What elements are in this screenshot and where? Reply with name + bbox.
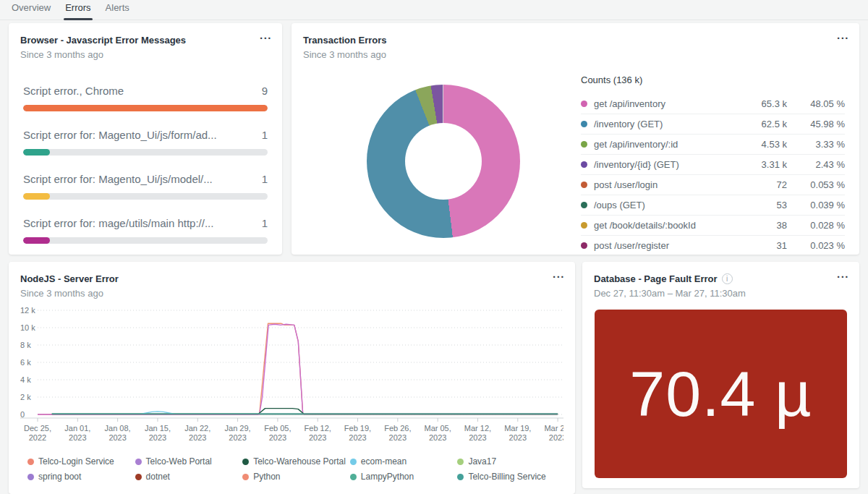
x-axis-tick-label: 2023 [149, 433, 166, 442]
panel-menu-icon[interactable]: ... [837, 29, 849, 41]
donut-chart[interactable] [367, 85, 520, 238]
transaction-name: /oups (GET) [594, 200, 739, 210]
transaction-name: post /user/register [594, 240, 739, 251]
info-icon[interactable]: i [722, 273, 733, 284]
transaction-name: /inventory (GET) [594, 119, 739, 129]
legend-item[interactable]: Telco-Billing Service [457, 472, 565, 482]
x-axis-tick-label: Feb 05, [264, 424, 291, 433]
transaction-percent: 0.028 % [787, 220, 845, 231]
legend-item[interactable]: Telco-Login Service [27, 456, 135, 467]
table-row[interactable]: post /user/register310.023 % [581, 236, 845, 255]
transaction-percent: 0.053 % [787, 179, 845, 190]
legend-dot-icon [581, 161, 587, 168]
legend-label: Python [253, 472, 280, 482]
panel-title: Transaction Errors [303, 35, 387, 46]
bar-fill [23, 193, 50, 200]
x-axis-tick-label: 2023 [509, 433, 527, 442]
donut-chart-area [306, 63, 581, 255]
x-axis-tick-label: Jan 22, [184, 424, 210, 433]
x-axis-tick-label: Mar 05, [425, 424, 451, 433]
y-axis-tick-label: 12 k [20, 306, 35, 315]
x-axis-tick-label: Jan 29, [225, 424, 251, 433]
legend-item[interactable]: Telco-Web Portal [135, 456, 243, 467]
table-row[interactable]: /oups (GET)530.039 % [581, 195, 845, 216]
panel-header: Browser - Javascript Error Messages Sinc… [9, 23, 282, 60]
legend-dot-icon [135, 474, 142, 480]
transaction-count: 38 [739, 220, 787, 231]
table-row[interactable]: get /api/inventory65.3 k48.05 % [581, 94, 845, 114]
bar-track [23, 149, 268, 156]
tab-errors[interactable]: Errors [65, 2, 90, 20]
transaction-count: 62.5 k [739, 119, 787, 129]
transaction-count: 65.3 k [739, 98, 787, 109]
transaction-percent: 48.05 % [787, 98, 845, 109]
legend-item[interactable]: LampyPython [350, 472, 458, 482]
panel-menu-icon[interactable]: ... [837, 268, 849, 280]
x-axis-tick-label: 2023 [349, 433, 366, 442]
tab-bar: Overview Errors Alerts [0, 0, 868, 20]
error-message-label: Script error., Chrome [23, 85, 124, 97]
y-axis-tick-label: 6 k [20, 358, 31, 367]
error-bar-item[interactable]: Script error for: mage/utils/main http:/… [9, 217, 282, 244]
legend-label: LampyPython [361, 472, 414, 482]
error-count-value: 9 [262, 85, 268, 97]
series-line-telco-warehouse-portal [52, 409, 558, 414]
x-axis-tick-label: Jan 15, [145, 424, 171, 433]
error-bar-list: Script error., Chrome9Script error for: … [9, 60, 282, 244]
transaction-count: 31 [739, 240, 787, 251]
table-row[interactable]: get /api/inventory/:id4.53 k3.33 % [581, 135, 845, 155]
panel-header: NodeJS - Server Error Since 3 months ago… [9, 262, 575, 299]
x-axis-tick-label: 2023 [309, 433, 326, 442]
panel-header: Transaction Errors Since 3 months ago ..… [292, 23, 859, 60]
error-bar-item[interactable]: Script error for: Magento_Ui/js/model/..… [9, 173, 282, 200]
line-chart[interactable]: 12 k10 k8 k6 k4 k2 k0Dec 25,2022Jan 01,2… [20, 306, 563, 445]
legend-dot-icon [135, 459, 142, 465]
transaction-percent: 0.023 % [787, 240, 845, 251]
x-axis-tick-label: Mar 26, [544, 424, 563, 433]
transaction-name: get /book/details/:bookId [594, 220, 739, 231]
transaction-count: 3.31 k [739, 159, 787, 170]
legend-item[interactable]: spring boot [27, 472, 135, 482]
error-count-value: 1 [262, 173, 268, 185]
tab-alerts[interactable]: Alerts [106, 2, 129, 20]
counts-table-rows: get /api/inventory65.3 k48.05 %/inventor… [581, 94, 845, 255]
legend-dot-icon [581, 222, 587, 229]
table-row[interactable]: /inventory/{id} (GET)3.31 k2.43 % [581, 155, 845, 175]
counts-table: Counts (136 k) get /api/inventory65.3 k4… [581, 63, 845, 255]
legend-item[interactable]: Python [242, 472, 350, 482]
y-axis-tick-label: 10 k [20, 323, 35, 332]
panel-title: NodeJS - Server Error [20, 273, 119, 284]
transaction-percent: 2.43 % [787, 159, 845, 170]
legend-dot-icon [457, 474, 464, 480]
error-message-label: Script error for: mage/utils/main http:/… [23, 217, 213, 229]
x-axis-tick-label: Jan 01, [64, 424, 90, 433]
x-axis-tick-label: Dec 25, [24, 424, 51, 433]
legend-dot-icon [27, 474, 34, 480]
legend-dot-icon [242, 474, 249, 480]
x-axis-tick-label: 2023 [549, 433, 563, 442]
panel-menu-icon[interactable]: ... [553, 268, 565, 280]
error-bar-item[interactable]: Script error for: Magento_Ui/js/form/ad.… [9, 129, 282, 156]
bar-track [23, 193, 268, 200]
legend-item[interactable]: Java17 [457, 456, 565, 467]
error-count-value: 1 [262, 217, 268, 229]
transaction-percent: 3.33 % [787, 139, 845, 150]
billboard-value: 70.4 µ [629, 357, 812, 431]
transaction-count: 53 [739, 200, 787, 210]
transaction-name: get /api/inventory/:id [594, 139, 739, 150]
legend-item[interactable]: Telco-Warehouse Portal [242, 456, 350, 467]
table-row[interactable]: /inventory (GET)62.5 k45.98 % [581, 114, 845, 135]
tab-overview[interactable]: Overview [12, 2, 51, 20]
panel-menu-icon[interactable]: ... [260, 29, 272, 41]
x-axis-tick-label: Jan 08, [105, 424, 131, 433]
legend-item[interactable]: ecom-mean [350, 456, 458, 467]
panel-header: Database - Page Fault Errori Dec 27, 11:… [582, 262, 859, 299]
legend-item[interactable]: dotnet [135, 472, 243, 482]
error-bar-item[interactable]: Script error., Chrome9 [9, 85, 282, 111]
legend-label: Java17 [468, 456, 496, 467]
table-row[interactable]: get /book/details/:bookId380.028 % [581, 216, 845, 236]
panel-title: Browser - Javascript Error Messages [20, 35, 186, 46]
bar-track [23, 105, 268, 111]
table-row[interactable]: post /user/login720.053 % [581, 175, 845, 195]
x-axis-tick-label: Mar 12, [464, 424, 491, 433]
